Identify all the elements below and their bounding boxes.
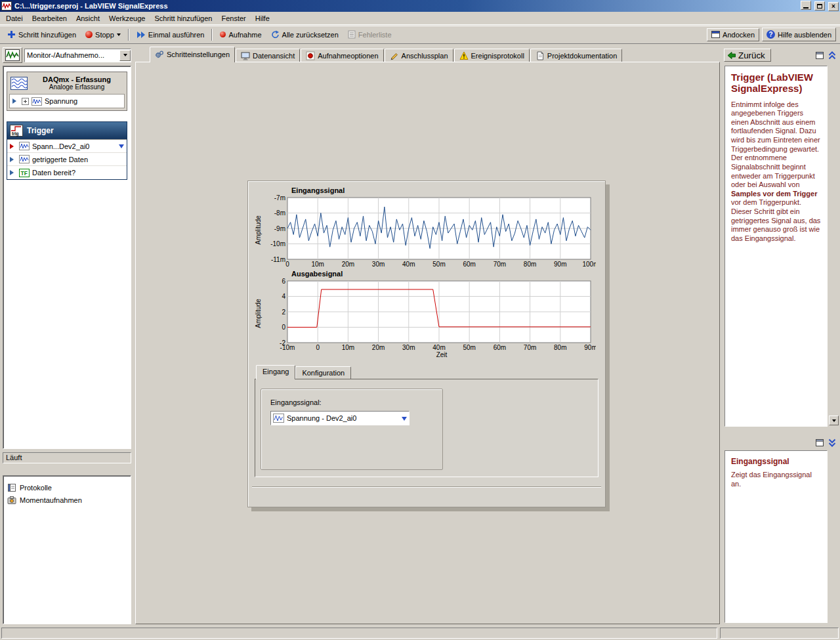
tab-eingang[interactable]: Eingang <box>256 365 295 379</box>
tab-anschlussplan[interactable]: Anschlussplan <box>385 49 453 62</box>
channel-spannung[interactable]: Spannung <box>10 95 124 108</box>
svg-text:70m: 70m <box>494 261 506 268</box>
event-log-warning-icon <box>459 51 469 60</box>
collapse-up-icon[interactable] <box>827 51 837 60</box>
float-help-icon[interactable] <box>814 51 825 60</box>
svg-text:-7m: -7m <box>274 195 285 202</box>
hide-help-button[interactable]: ? Hilfe ausblenden <box>762 28 836 41</box>
menu-item-fenster[interactable]: Fenster <box>217 13 250 24</box>
reset-icon <box>271 30 280 39</box>
input-chart: Eingangssignal Amplitude 010m20m30m40m50… <box>253 186 600 268</box>
expand-icon[interactable] <box>22 98 29 105</box>
svg-text:trig: trig <box>12 131 19 137</box>
run-once-button[interactable]: Einmal ausführen <box>132 28 209 41</box>
workspace-dropdown[interactable]: Monitor-/Aufnahmemo... <box>24 49 131 62</box>
labview-logo-button[interactable] <box>3 47 22 63</box>
input-tab-panel: Eingangssignal: Spannung - Dev2_ai0 <box>255 379 598 477</box>
output-chart: Ausgabesignal Amplitude -10m010m20m30m40… <box>253 270 600 358</box>
svg-text:30m: 30m <box>402 344 415 351</box>
svg-text:4: 4 <box>282 293 285 300</box>
error-list-button[interactable]: Fehlerliste <box>343 28 396 41</box>
help-section-control: Eingangssignal Zeigt das Eingangssignal … <box>723 435 839 624</box>
restore-button[interactable] <box>814 1 825 11</box>
stop-dropdown-arrow-icon[interactable] <box>117 33 121 38</box>
dock-button[interactable]: Andocken <box>707 28 759 41</box>
output-chart-plot: -10m010m20m30m40m50m60m70m80m90m6420-2 <box>262 278 596 352</box>
back-button[interactable]: Zurück <box>724 49 771 62</box>
svg-text:90m: 90m <box>584 344 596 351</box>
close-button[interactable]: × <box>828 2 839 11</box>
svg-text:10m: 10m <box>342 344 354 351</box>
collapse-down-icon[interactable] <box>827 438 837 448</box>
tab-aufnahmeoptionen[interactable]: Aufnahmeoptionen <box>301 49 383 62</box>
menu-item-ansicht[interactable]: Ansicht <box>72 13 104 24</box>
menu-item-datei[interactable]: Datei <box>1 13 28 24</box>
window-title: C:\...\trigger.seproj - LabVIEW SignalEx… <box>14 2 799 10</box>
svg-text:80m: 80m <box>554 344 566 351</box>
svg-text:90m: 90m <box>554 261 566 268</box>
trig-icon: trig <box>10 125 23 137</box>
add-step-button[interactable]: Schritt hinzufügen <box>3 28 81 41</box>
tab-schritteinstellungen[interactable]: Schritteinstellungen <box>150 47 235 62</box>
svg-text:0: 0 <box>316 344 320 351</box>
input-signal-dropdown[interactable]: Spannung - Dev2_ai0 <box>270 411 410 425</box>
snapshots-item[interactable]: Momentaufnahmen <box>7 494 127 506</box>
svg-text:60m: 60m <box>494 344 506 351</box>
step-setup-icon <box>155 50 164 59</box>
control-help-title: Eingangssignal <box>731 457 821 466</box>
trigger-output-row[interactable]: getriggerte Daten <box>7 153 127 166</box>
help-title: Trigger (LabVIEW SignalExpress) <box>731 72 821 95</box>
toolbar-separator <box>211 29 213 41</box>
tab-datenansicht[interactable]: Datenansicht <box>236 49 300 62</box>
dock-icon <box>711 31 720 38</box>
status-cell-left <box>1 628 717 639</box>
tab-ereignisprotokoll[interactable]: Ereignisprotokoll <box>454 49 530 62</box>
record-icon <box>220 32 226 37</box>
tab-konfiguration[interactable]: Konfiguration <box>295 366 351 379</box>
svg-text:0: 0 <box>285 261 289 268</box>
signal-dropdown-arrow-icon[interactable] <box>119 144 124 151</box>
tab-projektdokumentation[interactable]: Projektdokumentation <box>530 49 622 62</box>
reset-all-button[interactable]: Alle zurücksetzen <box>266 28 343 41</box>
step-daqmx[interactable]: DAQmx - Erfassung Analoge Erfassung Span… <box>7 72 127 111</box>
step-trigger[interactable]: trig Trigger Spann...Dev2_ai0 <box>7 121 127 180</box>
help-content: Trigger (LabVIEW SignalExpress) Entnimmt… <box>724 66 828 427</box>
play-icon <box>10 170 16 175</box>
main-tab-bar: Schritteinstellungen Datenansicht Aufnah… <box>135 46 720 62</box>
menu-item-werkzeuge[interactable]: Werkzeuge <box>104 13 150 24</box>
add-step-icon <box>7 30 16 39</box>
snapshot-icon <box>7 496 16 505</box>
svg-text:100m: 100m <box>582 261 596 268</box>
input-groupbox: Eingangssignal: Spannung - Dev2_ai0 <box>261 389 443 470</box>
menu-item-bearbeiten[interactable]: Bearbeiten <box>28 13 72 24</box>
stop-button[interactable]: Stopp <box>81 28 125 41</box>
svg-text:70m: 70m <box>524 344 536 351</box>
dropdown-arrow-icon[interactable] <box>402 417 407 423</box>
input-signal-label: Eingangssignal: <box>270 398 442 406</box>
svg-text:6: 6 <box>282 278 285 285</box>
toolbar-separator <box>128 29 129 41</box>
wave-icon <box>19 142 30 150</box>
status-bar <box>0 626 840 640</box>
workspace-dropdown-arrow-icon[interactable] <box>119 50 131 61</box>
menu-item-hilfe[interactable]: Hilfe <box>251 13 274 24</box>
input-chart-plot: 010m20m30m40m50m60m70m80m90m100m-7m-8m-9… <box>262 195 596 268</box>
svg-text:2: 2 <box>282 309 285 316</box>
minimize-button[interactable] <box>801 1 811 10</box>
data-view-icon <box>241 51 250 60</box>
labview-waveform-icon <box>5 49 20 61</box>
record-button[interactable]: Aufnahme <box>215 28 266 41</box>
svg-text:30m: 30m <box>372 261 385 268</box>
svg-text:10m: 10m <box>311 261 324 268</box>
trigger-input-row[interactable]: Spann...Dev2_ai0 <box>7 140 127 153</box>
svg-text:50m: 50m <box>432 261 445 268</box>
svg-text:40m: 40m <box>402 261 415 268</box>
float-help-icon[interactable] <box>814 438 825 448</box>
wave-icon <box>273 414 284 423</box>
menu-item-schritt-hinzufuegen[interactable]: Schritt hinzufügen <box>150 13 217 24</box>
trigger-ready-row[interactable]: TF Daten bereit? <box>7 166 127 179</box>
play-icon <box>10 157 16 162</box>
svg-text:60m: 60m <box>463 261 475 268</box>
help-scroll-down-button[interactable] <box>829 416 839 425</box>
logs-item[interactable]: Protokolle <box>7 481 127 494</box>
